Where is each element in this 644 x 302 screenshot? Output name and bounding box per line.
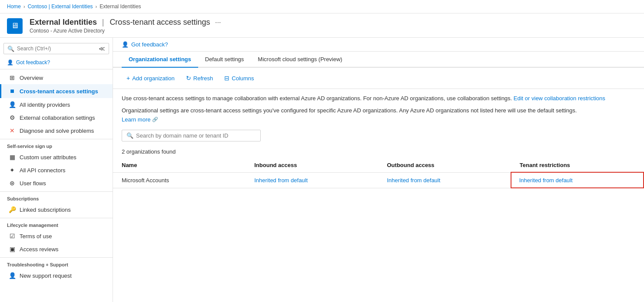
search-box-area: 🔍 (113, 125, 644, 147)
domain-search-input[interactable] (136, 132, 256, 139)
page-header: 🖥 External Identities | Cross-tenant acc… (0, 13, 644, 38)
custom-attrs-icon: ▦ (8, 154, 16, 161)
sidebar-item-linked-subs[interactable]: 🔑 Linked subscriptions (0, 203, 113, 216)
search-box[interactable]: 🔍 (122, 130, 261, 141)
breadcrumb-current: External Identities (100, 3, 141, 10)
info-section: Use cross-tenant access settings to mana… (113, 89, 644, 125)
collab-restrictions-link[interactable]: Edit or view collaboration restrictions (514, 95, 605, 102)
columns-button[interactable]: ⊟ Columns (219, 72, 259, 84)
add-org-label: Add organization (132, 75, 175, 82)
breadcrumb: Home › Contoso | External Identities › E… (0, 0, 644, 13)
col-header-inbound: Inbound access (246, 158, 378, 172)
collapse-icon[interactable]: ≪ (99, 45, 105, 52)
section-self-service: Self-service sign up (0, 139, 113, 151)
sidebar-item-diagnose[interactable]: ✕ Diagnose and solve problems (0, 124, 113, 137)
sidebar-item-overview[interactable]: ⊞ Overview (0, 71, 113, 84)
section-subscriptions: Subscriptions (0, 191, 113, 203)
breadcrumb-home[interactable]: Home (7, 3, 21, 10)
feedback-person-icon: 👤 (122, 41, 129, 48)
sidebar-label-cross-tenant: Cross-tenant access settings (20, 88, 98, 95)
sidebar-item-user-flows[interactable]: ⊛ User flows (0, 177, 113, 190)
diagnose-icon: ✕ (8, 127, 16, 134)
learn-more-section: Learn more 🔗 (122, 116, 635, 123)
feedback-link[interactable]: 👤 Got feedback? (0, 58, 113, 69)
cell-inbound-access[interactable]: Inherited from default (246, 172, 378, 188)
tab-org-settings[interactable]: Organizational settings (122, 52, 198, 68)
feedback-label: Got feedback? (16, 59, 50, 66)
cell-org-name: Microsoft Accounts (113, 172, 246, 188)
toolbar: + Add organization ↻ Refresh ⊟ Columns (113, 68, 644, 89)
cross-tenant-icon: ■ (8, 87, 16, 95)
results-info: 2 organizations found (113, 147, 644, 158)
tab-default-settings[interactable]: Default settings (198, 52, 251, 68)
org-subtitle: Contoso - Azure Active Directory (30, 28, 221, 34)
collab-icon: ⚙ (8, 114, 16, 121)
access-reviews-icon: ▣ (8, 246, 16, 253)
info-text-2: Organizational settings are cross-tenant… (122, 106, 635, 115)
sidebar-item-identity-providers[interactable]: 👤 All identity providers (0, 98, 113, 111)
sidebar-item-cross-tenant[interactable]: ■ Cross-tenant access settings (0, 84, 113, 98)
outbound-link[interactable]: Inherited from default (387, 177, 441, 184)
service-name: External Identities (30, 18, 97, 26)
sidebar-label-terms: Terms of use (20, 233, 52, 240)
content-feedback-label: Got feedback? (131, 41, 168, 48)
sidebar-label-api-connectors: All API connectors (20, 167, 66, 174)
organizations-table: Name Inbound access Outbound access Tena… (113, 158, 644, 188)
add-organization-button[interactable]: + Add organization (122, 72, 179, 84)
linked-subs-icon: 🔑 (8, 206, 16, 213)
learn-more-link[interactable]: Learn more (122, 116, 150, 123)
user-flows-icon: ⊛ (8, 180, 16, 187)
sidebar-item-terms-of-use[interactable]: ☑ Terms of use (0, 230, 113, 243)
inbound-link[interactable]: Inherited from default (254, 177, 308, 184)
sidebar-label-diagnose: Diagnose and solve problems (20, 128, 94, 134)
sidebar-item-access-reviews[interactable]: ▣ Access reviews (0, 243, 113, 256)
columns-icon: ⊟ (224, 75, 229, 82)
tenant-link[interactable]: Inherited from default (519, 177, 573, 184)
info-text-1: Use cross-tenant access settings to mana… (122, 94, 635, 103)
sidebar-label-linked-subs: Linked subscriptions (20, 207, 71, 213)
sidebar-label-custom-attrs: Custom user attributes (20, 154, 76, 161)
sidebar-label-user-flows: User flows (20, 180, 46, 187)
search-input[interactable] (17, 46, 96, 52)
refresh-label: Refresh (193, 75, 213, 82)
sidebar-search-box[interactable]: 🔍 ≪ (3, 43, 109, 54)
page-title: Cross-tenant access settings (110, 18, 210, 26)
table-row: Microsoft Accounts Inherited from defaul… (113, 172, 644, 188)
content-area: 👤 Got feedback? Organizational settings … (113, 38, 644, 302)
sidebar: 🔍 ≪ 👤 Got feedback? ⊞ Overview ■ Cross-t… (0, 38, 113, 302)
tab-ms-cloud[interactable]: Microsoft cloud settings (Preview) (251, 52, 349, 68)
header-more-icon[interactable]: ··· (215, 19, 221, 26)
sidebar-label-new-support: New support request (20, 272, 72, 279)
col-header-outbound: Outbound access (378, 158, 511, 172)
sidebar-label-access-reviews: Access reviews (20, 246, 59, 253)
support-icon: 👤 (8, 272, 16, 279)
sidebar-item-new-support[interactable]: 👤 New support request (0, 269, 113, 282)
col-header-name: Name (113, 158, 246, 172)
content-feedback-bar[interactable]: 👤 Got feedback? (113, 38, 644, 52)
overview-icon: ⊞ (8, 74, 16, 81)
col-header-tenant: Tenant restrictions (511, 158, 644, 172)
cell-tenant-restrictions[interactable]: Inherited from default (511, 172, 644, 188)
api-connectors-icon: ✦ (8, 167, 16, 174)
refresh-button[interactable]: ↻ Refresh (181, 72, 218, 84)
sidebar-label-collab: External collaboration settings (20, 115, 95, 121)
feedback-icon: 👤 (7, 59, 13, 66)
identity-icon: 👤 (8, 101, 16, 108)
service-icon: 🖥 (7, 18, 23, 34)
sidebar-item-ext-collab[interactable]: ⚙ External collaboration settings (0, 111, 113, 124)
tabs-bar: Organizational settings Default settings… (113, 52, 644, 68)
external-link-icon: 🔗 (152, 117, 158, 122)
sidebar-label-identity: All identity providers (20, 102, 70, 108)
section-troubleshooting: Troubleshooting + Support (0, 257, 113, 269)
columns-label: Columns (232, 75, 254, 82)
add-icon: + (126, 75, 130, 82)
breadcrumb-contoso[interactable]: Contoso | External Identities (28, 3, 93, 10)
search-icon: 🔍 (7, 46, 14, 52)
sidebar-item-custom-attrs[interactable]: ▦ Custom user attributes (0, 151, 113, 164)
cell-outbound-access[interactable]: Inherited from default (378, 172, 511, 188)
terms-icon: ☑ (8, 233, 16, 240)
search-box-icon: 🔍 (126, 132, 133, 139)
section-lifecycle: Lifecycle management (0, 218, 113, 230)
sidebar-item-api-connectors[interactable]: ✦ All API connectors (0, 164, 113, 177)
sidebar-label-overview: Overview (20, 75, 43, 81)
